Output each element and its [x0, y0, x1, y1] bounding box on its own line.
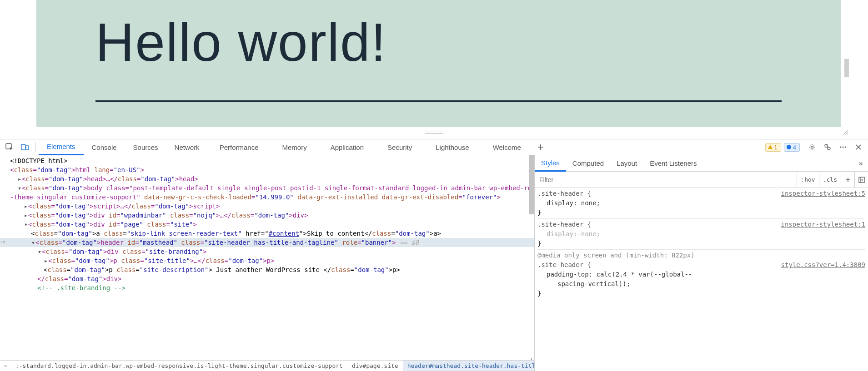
filter-bar: :hov .cls: [535, 172, 868, 188]
tab-security[interactable]: Security: [376, 139, 424, 155]
scrollbar-down-icon[interactable]: ▾: [529, 355, 534, 360]
css-prop[interactable]: padding-top: calc(2.4 * var(--global--: [547, 271, 692, 278]
collapse-arrow-icon[interactable]: ▾: [37, 247, 42, 256]
dom-row[interactable]: ▸<class="dom-tag">div id="wpadminbar" cl…: [0, 211, 534, 220]
collapse-arrow-icon[interactable]: ▾: [24, 220, 28, 229]
styles-panel: Styles Computed Layout Event Listeners »…: [534, 155, 868, 371]
computed-styles-toggle-icon[interactable]: [854, 172, 868, 188]
tab-performance[interactable]: Performance: [208, 139, 271, 155]
dom-row[interactable]: ▾<class="dom-tag">body class="post-templ…: [0, 183, 534, 193]
css-rule[interactable]: @media only screen and (min-width: 822px…: [537, 251, 865, 299]
elements-panel: ⋯ <!DOCTYPE html> <class="dom-tag">html …: [0, 155, 534, 371]
tab-welcome[interactable]: Welcome: [481, 139, 533, 155]
expand-arrow-icon[interactable]: ▸: [24, 202, 28, 211]
info-count: 4: [793, 144, 796, 151]
divider: [35, 142, 36, 152]
inspect-element-icon[interactable]: [2, 140, 17, 154]
warnings-badge[interactable]: 1: [765, 143, 781, 152]
dom-row[interactable]: <class="dom-tag">p class="site-descripti…: [0, 265, 534, 274]
css-selector[interactable]: .site-header {: [537, 260, 591, 270]
selected-eq0: == $0: [400, 239, 419, 246]
breadcrumb-item[interactable]: :-standard.logged-in.admin-bar.wp-embed-…: [11, 361, 347, 371]
devtools-toolbar: Elements Console Sources Network Perform…: [0, 139, 868, 155]
dom-row[interactable]: ▸<class="dom-tag">script>…</class="dom-t…: [0, 202, 534, 211]
svg-rect-1: [21, 144, 25, 150]
css-source-link[interactable]: inspector-stylesheet:5: [781, 189, 865, 198]
subtab-computed[interactable]: Computed: [566, 155, 610, 172]
styles-subtabs: Styles Computed Layout Event Listeners »: [535, 155, 868, 172]
elements-scrollbar[interactable]: ▾: [529, 155, 534, 360]
collapse-arrow-icon[interactable]: ▾: [31, 238, 35, 247]
dom-row[interactable]: <class="dom-tag">a class="skip-link scre…: [0, 229, 534, 238]
expand-arrow-icon[interactable]: ▸: [44, 256, 48, 265]
tab-elements[interactable]: Elements: [39, 139, 84, 155]
close-devtools-icon[interactable]: [851, 140, 866, 154]
expand-arrow-icon[interactable]: ▸: [17, 174, 22, 183]
more-subtabs-chevron-icon[interactable]: »: [855, 159, 866, 168]
tab-lighthouse[interactable]: Lighthouse: [424, 139, 481, 155]
scrollbar-thumb[interactable]: [529, 155, 534, 214]
devtools-main: ⋯ <!DOCTYPE html> <class="dom-tag">html …: [0, 155, 868, 371]
collapse-arrow-icon[interactable]: ▾: [17, 183, 22, 193]
dom-row[interactable]: ▸<class="dom-tag">head>…</class="dom-tag…: [0, 174, 534, 183]
dom-row[interactable]: ▾<class="dom-tag">div class="site-brandi…: [0, 247, 534, 256]
css-source-link[interactable]: style.css?ver=1.4:3809: [781, 260, 865, 270]
dom-row-selected[interactable]: ▾<class="dom-tag">header id="masthead" c…: [0, 238, 534, 247]
tab-memory[interactable]: Memory: [271, 139, 319, 155]
warnings-count: 1: [774, 144, 778, 151]
styles-filter-input[interactable]: [535, 172, 797, 188]
dom-row[interactable]: </class="dom-tag">div>: [0, 274, 534, 283]
breadcrumb-item-selected[interactable]: header#masthead.site-header.has-title-an…: [403, 361, 534, 371]
css-selector[interactable]: .site-header {: [537, 220, 591, 229]
resize-corner-icon[interactable]: [842, 129, 848, 135]
subtab-layout[interactable]: Layout: [610, 155, 643, 172]
svg-rect-2: [26, 146, 29, 150]
css-media-query: @media only screen and (min-width: 822px…: [537, 251, 865, 260]
tab-application[interactable]: Application: [319, 139, 376, 155]
breadcrumb-overflow-icon[interactable]: ⋯: [0, 362, 11, 369]
dom-row[interactable]: <class="dom-tag">html lang="en-US">: [0, 165, 534, 174]
hov-button[interactable]: :hov: [797, 172, 818, 188]
rendered-page-preview: Hello world!: [0, 0, 868, 139]
css-prop[interactable]: display: none;: [547, 199, 600, 207]
preview-scrollbar[interactable]: [844, 59, 849, 77]
svg-point-4: [811, 146, 813, 148]
device-toolbar-icon[interactable]: [17, 140, 33, 154]
tab-console[interactable]: Console: [84, 139, 125, 155]
css-rules[interactable]: .site-header { inspector-stylesheet:5 di…: [535, 188, 868, 371]
expand-arrow-icon[interactable]: ▸: [24, 211, 28, 220]
breadcrumb-bar: ⋯ :-standard.logged-in.admin-bar.wp-embe…: [0, 360, 534, 371]
tab-sources[interactable]: Sources: [125, 139, 166, 155]
css-prop[interactable]: spacing-vertical));: [557, 280, 630, 287]
svg-point-9: [845, 147, 846, 148]
devtools-drag-handle[interactable]: [425, 132, 443, 134]
svg-point-3: [787, 145, 791, 149]
add-tab-icon[interactable]: [533, 140, 548, 154]
css-selector[interactable]: .site-header {: [537, 189, 591, 198]
info-badge[interactable]: 4: [784, 143, 800, 152]
dom-row[interactable]: -theme singular customize-support" data-…: [0, 193, 534, 202]
new-style-rule-icon[interactable]: [841, 172, 854, 188]
issues-icon[interactable]: [820, 140, 835, 154]
cls-button[interactable]: .cls: [819, 172, 841, 188]
subtab-styles[interactable]: Styles: [535, 155, 566, 172]
svg-point-7: [840, 147, 842, 148]
dom-row[interactable]: ▾<class="dom-tag">div id="page" class="s…: [0, 220, 534, 229]
css-rule[interactable]: .site-header { inspector-stylesheet:5 di…: [537, 189, 865, 219]
dom-row[interactable]: ▸<class="dom-tag">p class="site-title">……: [0, 256, 534, 265]
page-body[interactable]: Hello world!: [36, 0, 841, 127]
subtab-event-listeners[interactable]: Event Listeners: [643, 155, 703, 172]
tab-network[interactable]: Network: [166, 139, 208, 155]
breadcrumb-item[interactable]: div#page.site: [347, 361, 403, 371]
dom-row[interactable]: <!-- .site-branding -->: [0, 283, 534, 292]
kebab-menu-icon[interactable]: [835, 140, 851, 154]
css-source-link[interactable]: inspector-stylesheet:1: [781, 220, 865, 229]
css-prop-overridden[interactable]: display: none;: [547, 230, 600, 237]
overflow-dots-icon[interactable]: ⋯: [1, 237, 5, 246]
title-underline: [95, 100, 782, 102]
settings-gear-icon[interactable]: [804, 140, 820, 154]
css-rule[interactable]: .site-header { inspector-stylesheet:1 di…: [537, 220, 865, 250]
dom-row[interactable]: <!DOCTYPE html>: [0, 156, 534, 165]
dom-tree[interactable]: ⋯ <!DOCTYPE html> <class="dom-tag">html …: [0, 155, 534, 360]
page-title: Hello world!: [95, 11, 782, 73]
